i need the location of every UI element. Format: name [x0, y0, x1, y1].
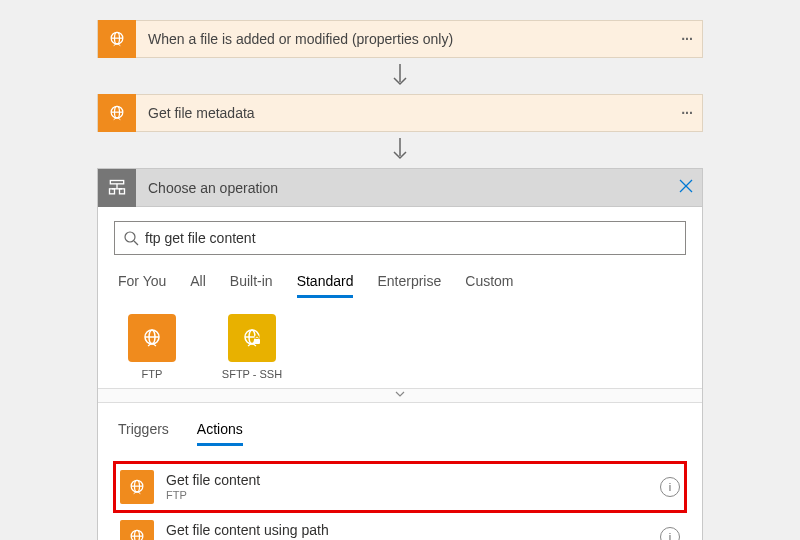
step-menu-button[interactable]: ···	[672, 105, 702, 121]
operation-icon	[98, 169, 136, 207]
action-list: Get file contentFTPiGet file content usi…	[114, 462, 686, 540]
step-menu-button[interactable]: ···	[672, 31, 702, 47]
step-title: When a file is added or modified (proper…	[136, 31, 672, 47]
ftp-icon	[98, 94, 136, 132]
choose-operation-panel: Choose an operation For YouAllBuilt-inSt…	[97, 168, 703, 540]
svg-point-15	[125, 232, 135, 242]
flow-step-trigger[interactable]: When a file is added or modified (proper…	[97, 20, 703, 58]
tab-standard[interactable]: Standard	[297, 273, 354, 298]
expand-chevron[interactable]	[98, 388, 702, 403]
ftp-icon	[128, 314, 176, 362]
subtab-actions[interactable]: Actions	[197, 421, 243, 446]
info-icon[interactable]: i	[660, 477, 680, 497]
search-icon	[123, 230, 139, 246]
svg-rect-8	[110, 180, 123, 183]
info-icon[interactable]: i	[660, 527, 680, 540]
step-title: Get file metadata	[136, 105, 672, 121]
close-button[interactable]	[670, 179, 702, 197]
category-tabs: For YouAllBuilt-inStandardEnterpriseCust…	[114, 273, 686, 298]
trigger-action-tabs: TriggersActions	[114, 421, 686, 446]
tab-for-you[interactable]: For You	[118, 273, 166, 298]
svg-line-16	[134, 241, 138, 245]
arrow-connector	[0, 132, 800, 168]
search-box[interactable]	[114, 221, 686, 255]
action-text: Get file content using pathFTP	[154, 522, 660, 540]
arrow-connector	[0, 58, 800, 94]
search-input[interactable]	[139, 230, 677, 246]
connector-sftp[interactable]: SFTP - SSH	[218, 314, 286, 380]
action-text: Get file contentFTP	[154, 472, 660, 502]
svg-point-28	[135, 530, 140, 540]
panel-title: Choose an operation	[136, 180, 670, 196]
ftp-icon	[120, 520, 154, 540]
tab-all[interactable]: All	[190, 273, 206, 298]
sftp-icon	[228, 314, 276, 362]
connector-label: SFTP - SSH	[222, 368, 282, 380]
svg-point-27	[131, 530, 143, 540]
tab-enterprise[interactable]: Enterprise	[377, 273, 441, 298]
ftp-icon	[98, 20, 136, 58]
ftp-icon	[120, 470, 154, 504]
action-get-file-content-using-path[interactable]: Get file content using pathFTPi	[114, 512, 686, 540]
tab-built-in[interactable]: Built-in	[230, 273, 273, 298]
svg-rect-23	[254, 339, 260, 344]
action-get-file-content[interactable]: Get file contentFTPi	[114, 462, 686, 512]
connector-grid: FTPSFTP - SSH	[114, 298, 686, 388]
connector-label: FTP	[142, 368, 163, 380]
tab-custom[interactable]: Custom	[465, 273, 513, 298]
svg-rect-11	[110, 188, 115, 193]
svg-rect-12	[120, 188, 125, 193]
flow-step-action[interactable]: Get file metadata ···	[97, 94, 703, 132]
connector-ftp[interactable]: FTP	[118, 314, 186, 380]
panel-header: Choose an operation	[98, 169, 702, 207]
subtab-triggers[interactable]: Triggers	[118, 421, 169, 446]
